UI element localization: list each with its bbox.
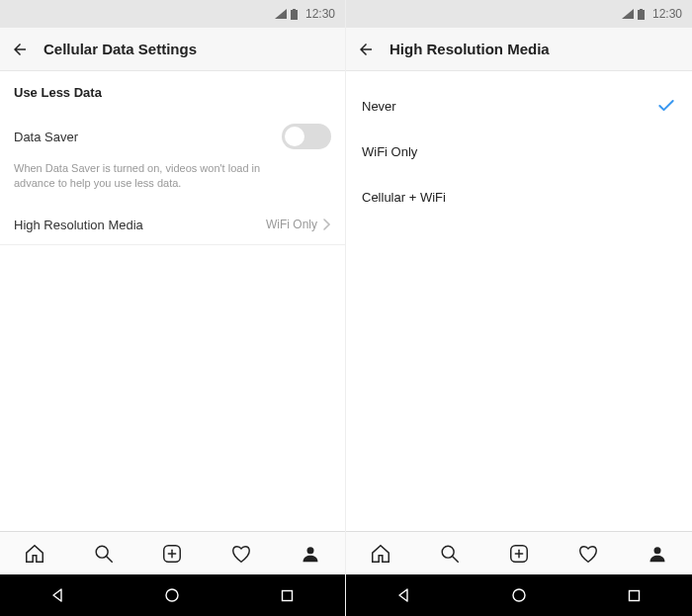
content-area: Use Less Data Data Saver When Data Saver… [0, 71, 345, 531]
option-never[interactable]: Never [346, 83, 692, 129]
svg-point-17 [654, 547, 661, 554]
svg-rect-10 [638, 10, 645, 20]
page-title: High Resolution Media [389, 41, 550, 57]
svg-line-3 [106, 556, 112, 562]
status-bar: 12:30 [0, 0, 345, 28]
search-icon [439, 543, 461, 565]
high-resolution-media-value: WiFi Only [266, 218, 331, 231]
option-label: Never [362, 99, 396, 114]
svg-rect-1 [293, 9, 296, 11]
search-icon [93, 543, 115, 565]
circle-home-icon [511, 587, 527, 603]
android-back-button[interactable] [394, 586, 412, 604]
data-saver-row: Data Saver [0, 112, 345, 161]
android-nav-bar [0, 574, 345, 616]
person-icon [301, 544, 320, 564]
page-title: Cellular Data Settings [43, 41, 197, 57]
back-button[interactable] [356, 40, 376, 59]
svg-line-13 [453, 556, 459, 562]
content-area: Never WiFi Only Cellular + WiFi [346, 71, 692, 531]
app-header: High Resolution Media [346, 28, 692, 71]
svg-rect-0 [291, 10, 298, 20]
data-saver-label: Data Saver [14, 130, 78, 144]
nav-activity[interactable] [577, 543, 599, 565]
screen-cellular-data-settings: 12:30 Cellular Data Settings Use Less Da… [0, 0, 346, 616]
nav-search[interactable] [439, 543, 461, 565]
nav-add[interactable] [508, 543, 530, 565]
check-icon [656, 96, 676, 116]
nav-home[interactable] [24, 543, 45, 565]
data-saver-description: When Data Saver is turned on, videos won… [0, 161, 306, 206]
android-home-button[interactable] [163, 586, 181, 604]
nav-home[interactable] [370, 543, 391, 565]
square-recent-icon [281, 589, 294, 602]
battery-icon [638, 9, 645, 20]
android-nav-bar [346, 574, 692, 616]
option-label: WiFi Only [362, 144, 417, 159]
person-icon [648, 544, 667, 564]
triangle-back-icon [396, 588, 410, 602]
screen-high-resolution-media: 12:30 High Resolution Media Never WiFi O… [346, 0, 692, 616]
svg-point-7 [307, 547, 314, 554]
status-time: 12:30 [652, 7, 682, 21]
signal-icon [275, 9, 287, 19]
back-button[interactable] [10, 40, 30, 59]
signal-icon [622, 9, 634, 19]
option-wifi-only[interactable]: WiFi Only [346, 129, 692, 174]
option-cellular-wifi[interactable]: Cellular + WiFi [346, 174, 692, 220]
android-back-button[interactable] [48, 586, 66, 604]
android-recent-button[interactable] [279, 586, 297, 604]
nav-profile[interactable] [647, 543, 668, 565]
bottom-nav [346, 531, 692, 574]
square-recent-icon [628, 589, 641, 602]
svg-point-18 [513, 589, 525, 601]
nav-profile[interactable] [300, 543, 321, 565]
high-resolution-media-row[interactable]: High Resolution Media WiFi Only [0, 206, 345, 245]
data-saver-toggle[interactable] [282, 124, 331, 149]
nav-activity[interactable] [230, 543, 252, 565]
svg-rect-11 [640, 9, 643, 11]
option-label: Cellular + WiFi [362, 190, 446, 205]
svg-rect-9 [283, 590, 293, 600]
app-header: Cellular Data Settings [0, 28, 345, 71]
status-time: 12:30 [305, 7, 335, 21]
heart-icon [577, 543, 599, 565]
svg-point-8 [166, 589, 178, 601]
bottom-nav [0, 531, 345, 574]
high-resolution-media-label: High Resolution Media [14, 218, 143, 232]
home-icon [24, 543, 45, 565]
android-home-button[interactable] [510, 586, 528, 604]
status-bar: 12:30 [346, 0, 692, 28]
arrow-left-icon [11, 41, 29, 58]
add-post-icon [161, 543, 183, 565]
section-title: Use Less Data [0, 71, 345, 112]
circle-home-icon [164, 587, 180, 603]
chevron-right-icon [323, 219, 331, 230]
arrow-left-icon [357, 41, 375, 58]
add-post-icon [508, 543, 530, 565]
toggle-knob [285, 127, 304, 146]
android-recent-button[interactable] [626, 586, 644, 604]
home-icon [370, 543, 391, 565]
nav-search[interactable] [93, 543, 115, 565]
nav-add[interactable] [161, 543, 183, 565]
svg-rect-19 [630, 590, 640, 600]
heart-icon [230, 543, 252, 565]
triangle-back-icon [50, 588, 64, 602]
battery-icon [291, 9, 298, 20]
